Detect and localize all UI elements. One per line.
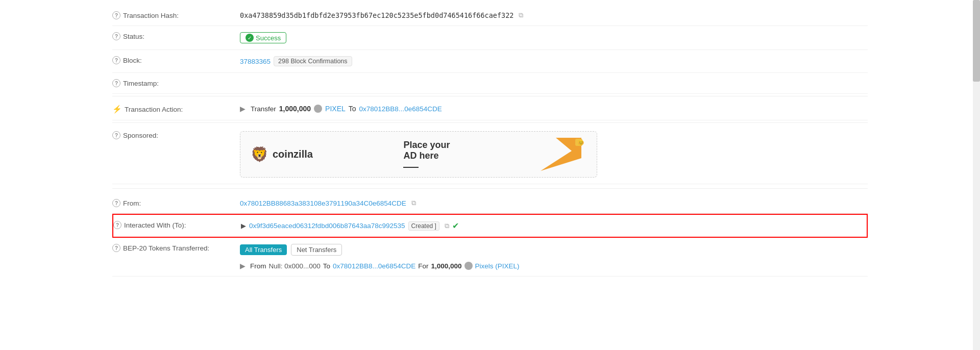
help-icon-bep20[interactable]: ? bbox=[112, 244, 120, 252]
from-value-col: 0x78012BB88683a383108e3791190a34C0e6854C… bbox=[240, 199, 868, 207]
bep20-header: All Transfers Net Transfers bbox=[240, 244, 342, 256]
transfer-amount: 1,000,000 bbox=[431, 262, 461, 270]
ad-banner[interactable]: 🦁 coinzilla Place your AD here bbox=[240, 131, 597, 178]
tx-action-row: ⚡ Transaction Action: ▶ Transfer 1,000,0… bbox=[112, 98, 868, 120]
block-confirmations-badge: 298 Block Confirmations bbox=[274, 56, 352, 66]
help-icon-interacted[interactable]: ? bbox=[113, 221, 121, 229]
help-icon-block[interactable]: ? bbox=[112, 56, 120, 64]
from-address-link[interactable]: 0x78012BB88683a383108e3791190a34C0e6854C… bbox=[240, 199, 406, 207]
coinzilla-lion-icon: 🦁 bbox=[251, 146, 268, 163]
sponsored-value-col: 🦁 coinzilla Place your AD here bbox=[240, 131, 868, 178]
net-transfers-button[interactable]: Net Transfers bbox=[291, 244, 342, 256]
sponsored-label: ? Sponsored: bbox=[112, 131, 240, 139]
block-number-link[interactable]: 37883365 bbox=[240, 58, 271, 65]
created-badge: Created ] bbox=[408, 221, 439, 231]
bep20-label: ? BEP-20 Tokens Transferred: bbox=[112, 244, 240, 252]
copy-from-icon[interactable]: ⧉ bbox=[411, 199, 416, 207]
coinzilla-brand: 🦁 coinzilla bbox=[251, 146, 313, 163]
status-check-icon: ✓ bbox=[246, 34, 254, 42]
help-icon-timestamp[interactable]: ? bbox=[112, 79, 120, 87]
from-row: ? From: 0x78012BB88683a383108e3791190a34… bbox=[112, 193, 868, 214]
status-label: ? Status: bbox=[112, 32, 240, 40]
tx-action-arrow-icon: ▶ bbox=[240, 105, 246, 113]
transaction-hash-value: 0xa4738859d35db1fdbfd2e37953fb67ec120c52… bbox=[240, 11, 513, 19]
interacted-verified-icon: ✔ bbox=[452, 221, 459, 231]
interacted-with-row: ? Interacted With (To): ▶ 0x9f3d65eaced0… bbox=[112, 214, 868, 238]
transfer-from-addr[interactable]: Null: 0x000...000 bbox=[269, 262, 321, 270]
pixel-token-icon bbox=[314, 105, 322, 113]
transfer-to-label: To bbox=[323, 262, 330, 270]
svg-text:😊: 😊 bbox=[578, 139, 584, 146]
bep20-value-col: All Transfers Net Transfers ▶ From Null:… bbox=[240, 244, 868, 270]
tx-action-value-col: ▶ Transfer 1,000,000 PIXEL To 0x78012BB8… bbox=[240, 105, 868, 113]
help-icon-sponsored[interactable]: ? bbox=[112, 131, 120, 139]
all-transfers-button[interactable]: All Transfers bbox=[240, 244, 287, 255]
lightning-icon: ⚡ bbox=[112, 105, 122, 114]
transfer-token-link[interactable]: Pixels (PIXEL) bbox=[475, 262, 520, 270]
transaction-hash-row: ? Transaction Hash: 0xa4738859d35db1fdbf… bbox=[112, 5, 868, 26]
transfer-token-icon bbox=[464, 262, 473, 270]
tx-action-amount: 1,000,000 bbox=[279, 105, 311, 113]
tx-action-token: PIXEL bbox=[325, 105, 346, 113]
interacted-label: ? Interacted With (To): bbox=[113, 221, 241, 229]
ad-place-text: Place your AD here bbox=[403, 140, 450, 169]
copy-interacted-icon[interactable]: ⧉ bbox=[445, 222, 449, 230]
tx-action-to-label: To bbox=[349, 105, 356, 113]
coinzilla-text: coinzilla bbox=[273, 148, 313, 160]
status-row: ? Status: ✓ Success bbox=[112, 26, 868, 50]
help-icon-status[interactable]: ? bbox=[112, 32, 120, 40]
tx-action-prefix: Transfer bbox=[251, 105, 276, 113]
transfer-from-label: From bbox=[250, 262, 266, 270]
from-label: ? From: bbox=[112, 199, 240, 207]
timestamp-label: ? Timestamp: bbox=[112, 79, 240, 87]
block-value-col: 37883365 298 Block Confirmations bbox=[240, 56, 868, 66]
interacted-arrow-icon: ▶ bbox=[241, 222, 246, 230]
interacted-address-link[interactable]: 0x9f3d65eaced06312fdbd006b87643aa78c9925… bbox=[249, 222, 405, 230]
transfer-arrow-icon: ▶ bbox=[240, 262, 246, 270]
sponsored-row: ? Sponsored: 🦁 coinzilla Place your AD h… bbox=[112, 125, 868, 184]
bep20-row: ? BEP-20 Tokens Transferred: All Transfe… bbox=[112, 238, 868, 277]
tx-action-to-addr[interactable]: 0x78012BB8...0e6854CDE bbox=[359, 105, 442, 113]
copy-hash-icon[interactable]: ⧉ bbox=[519, 11, 523, 19]
status-badge: ✓ Success bbox=[240, 32, 286, 43]
ad-arrow-graphic: 😊 bbox=[541, 138, 586, 171]
status-value-col: ✓ Success bbox=[240, 32, 868, 43]
block-label: ? Block: bbox=[112, 56, 240, 64]
block-row: ? Block: 37883365 298 Block Confirmation… bbox=[112, 50, 868, 73]
transfer-detail: ▶ From Null: 0x000...000 To 0x78012BB8..… bbox=[240, 262, 520, 270]
timestamp-row: ? Timestamp: bbox=[112, 73, 868, 94]
help-icon-from[interactable]: ? bbox=[112, 199, 120, 207]
transaction-hash-label: ? Transaction Hash: bbox=[112, 11, 240, 19]
tx-action-label: ⚡ Transaction Action: bbox=[112, 105, 240, 114]
transfer-to-addr[interactable]: 0x78012BB8...0e6854CDE bbox=[333, 262, 415, 270]
interacted-value-col: ▶ 0x9f3d65eaced06312fdbd006b87643aa78c99… bbox=[241, 221, 867, 231]
transfer-for-label: For bbox=[418, 262, 428, 270]
help-icon-hash[interactable]: ? bbox=[112, 11, 120, 19]
transaction-hash-value-col: 0xa4738859d35db1fdbfd2e37953fb67ec120c52… bbox=[240, 11, 868, 19]
